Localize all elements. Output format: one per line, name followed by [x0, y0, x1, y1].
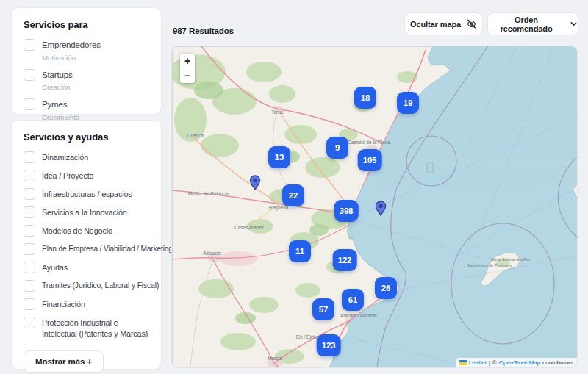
- filter-emprendedores[interactable]: Emprendedores Motivación: [24, 40, 149, 62]
- filter-label: Modelos de Negocio: [42, 226, 112, 237]
- filter-sublabel: Motivación: [42, 54, 101, 62]
- ukraine-flag-icon: [459, 360, 467, 365]
- map-attribution: Leaflet | © OpenStreetMap contributors: [456, 358, 577, 367]
- map-pin-marker[interactable]: [375, 201, 387, 216]
- filter-label: Infraestructuras / espacios: [42, 189, 132, 200]
- cluster-marker[interactable]: 61: [342, 289, 364, 311]
- filter-financiacion[interactable]: Financiación: [24, 299, 149, 310]
- services-aid-list: Dinamización Idea / Proyecto Infraestruc…: [24, 152, 149, 339]
- section-title-servicios-ayudas: Servicios y ayudas: [24, 132, 149, 143]
- checkbox[interactable]: [24, 262, 35, 273]
- filter-servicios-innovacion[interactable]: Servicios a la Innovación: [24, 207, 149, 218]
- checkbox-startups[interactable]: [24, 69, 35, 81]
- checkbox[interactable]: [24, 151, 35, 163]
- filter-label: Emprendedores: [42, 40, 101, 51]
- filter-dinamizacion[interactable]: Dinamización: [24, 152, 149, 163]
- osm-link[interactable]: OpenStreetMap: [499, 359, 540, 366]
- checkbox-emprendedores[interactable]: [24, 39, 35, 51]
- cluster-marker[interactable]: 123: [317, 334, 341, 356]
- zoom-in-button[interactable]: +: [180, 54, 195, 68]
- city-label: Elx / Elche: [296, 334, 319, 339]
- city-label: Albacete: [203, 251, 222, 256]
- hide-map-label: Ocultar mapa: [410, 20, 461, 29]
- leaflet-link[interactable]: Leaflet: [469, 359, 487, 366]
- cluster-marker[interactable]: 398: [334, 200, 359, 222]
- city-label: Motilla del Palancar: [188, 191, 231, 196]
- cluster-marker[interactable]: 19: [397, 92, 419, 114]
- copyright-symbol: ©: [492, 359, 497, 366]
- city-label: Sant Antoni de Portmany: [467, 263, 512, 267]
- filter-ayudas[interactable]: Ayudas: [24, 262, 149, 273]
- checkbox[interactable]: [24, 298, 35, 310]
- filter-startups[interactable]: Startups Creación: [24, 70, 149, 92]
- section-title-services-para: Servicios para: [24, 19, 149, 30]
- filter-label: Protección Industrial e Intelectual (Pat…: [42, 317, 149, 339]
- eye-off-icon: [466, 18, 477, 29]
- filter-modelos-negocio[interactable]: Modelos de Negocio: [24, 226, 149, 237]
- filter-tramites[interactable]: Tramites (Jurídico, Laboral y Fiscal): [24, 281, 149, 292]
- filter-label: Financiación: [42, 299, 85, 310]
- filter-label: Dinamización: [42, 152, 88, 163]
- filter-plan-empresa[interactable]: Plan de Empresa / Viabilidad / Marketing: [24, 244, 149, 255]
- filter-sublabel: Creación: [42, 83, 73, 91]
- checkbox[interactable]: [24, 317, 35, 328]
- filter-label: Ayudas: [42, 262, 68, 273]
- checkbox[interactable]: [24, 170, 35, 181]
- map-pin-marker[interactable]: [249, 175, 261, 190]
- filter-label: Tramites (Jurídico, Laboral y Fiscal): [42, 281, 159, 291]
- city-label: Castelló de la Plana: [348, 140, 390, 145]
- filters-services-for-card: Servicios para Emprendedores Motivación …: [11, 7, 162, 115]
- city-label: Alacant / Alicante: [340, 313, 377, 318]
- cluster-marker[interactable]: 18: [354, 87, 376, 109]
- sort-dropdown[interactable]: Orden recomendado: [487, 12, 578, 35]
- filters-services-aid-card: Servicios y ayudas Dinamización Idea / P…: [11, 120, 162, 370]
- cluster-marker[interactable]: 11: [289, 240, 311, 262]
- cluster-marker[interactable]: 13: [268, 146, 290, 168]
- contributors-text: contributors: [542, 359, 573, 366]
- sort-label: Orden recomendado: [488, 15, 564, 33]
- filter-infraestructuras[interactable]: Infraestructuras / espacios: [24, 189, 149, 200]
- checkbox[interactable]: [24, 225, 35, 237]
- cluster-marker[interactable]: 57: [312, 298, 334, 320]
- checkbox-pymes[interactable]: [24, 98, 35, 110]
- city-label: Casas-Ibáñez: [234, 225, 264, 230]
- results-count: 987 Resultados: [173, 26, 234, 35]
- map-zoom-control: + −: [180, 54, 195, 83]
- filter-label: Plan de Empresa / Viabilidad / Marketing: [42, 244, 173, 254]
- filter-label: Pymes: [42, 99, 79, 111]
- filter-label: Idea / Proyecto: [42, 170, 93, 181]
- cluster-marker[interactable]: 22: [282, 184, 304, 206]
- cluster-marker[interactable]: 9: [326, 137, 348, 159]
- city-label: Teruel: [271, 109, 284, 115]
- checkbox[interactable]: [24, 206, 35, 218]
- cluster-marker[interactable]: 105: [358, 149, 382, 171]
- checkbox[interactable]: [24, 280, 35, 292]
- filter-label: Servicios a la Innovación: [42, 207, 127, 218]
- filter-pymes[interactable]: Pymes Crecimiento: [24, 99, 149, 121]
- zoom-out-button[interactable]: −: [180, 68, 195, 83]
- filter-label: Startups: [42, 70, 73, 82]
- checkbox[interactable]: [24, 188, 35, 200]
- cluster-marker[interactable]: 122: [333, 249, 357, 271]
- checkbox[interactable]: [24, 243, 35, 255]
- services-for-list: Emprendedores Motivación Startups Creaci…: [24, 40, 149, 121]
- filter-proteccion-industrial[interactable]: Protección Industrial e Intelectual (Pat…: [24, 317, 149, 339]
- city-label: Murcia: [268, 356, 282, 361]
- hide-map-button[interactable]: Ocultar mapa: [404, 12, 483, 35]
- cluster-marker[interactable]: 26: [375, 277, 397, 299]
- filter-idea-proyecto[interactable]: Idea / Proyecto: [24, 170, 149, 181]
- attribution-divider: |: [489, 359, 490, 366]
- city-label: Santa Eulària des Riu: [490, 257, 529, 262]
- city-label: Cuenca: [187, 133, 204, 138]
- map-container[interactable]: Teruel Cuenca Motilla del Palancar Casas…: [171, 46, 578, 368]
- chevron-down-icon: [570, 20, 578, 28]
- show-more-button[interactable]: Mostrar más +: [24, 350, 104, 373]
